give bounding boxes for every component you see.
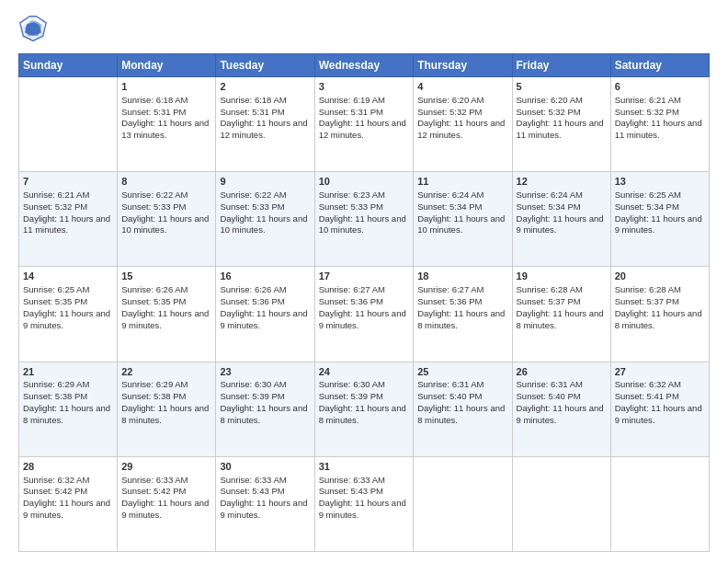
daylight-text: Daylight: 11 hours and 10 minutes. xyxy=(121,213,211,237)
sunset-text: Sunset: 5:42 PM xyxy=(121,486,211,498)
calendar-week-row: 28Sunrise: 6:32 AMSunset: 5:42 PMDayligh… xyxy=(19,456,710,551)
day-header-wednesday: Wednesday xyxy=(314,54,414,77)
sunset-text: Sunset: 5:43 PM xyxy=(319,486,410,498)
sunrise-text: Sunrise: 6:25 AM xyxy=(23,284,113,296)
sunrise-text: Sunrise: 6:33 AM xyxy=(319,475,410,487)
day-number: 18 xyxy=(417,270,507,283)
sunrise-text: Sunrise: 6:22 AM xyxy=(121,190,211,201)
logo xyxy=(18,15,51,44)
day-header-tuesday: Tuesday xyxy=(216,54,314,77)
calendar-cell: 8Sunrise: 6:22 AMSunset: 5:33 PMDaylight… xyxy=(118,172,216,267)
day-number: 4 xyxy=(417,80,507,94)
calendar-cell: 31Sunrise: 6:33 AMSunset: 5:43 PMDayligh… xyxy=(314,456,414,551)
day-number: 30 xyxy=(220,460,310,474)
sunset-text: Sunset: 5:32 PM xyxy=(517,107,607,119)
sunrise-text: Sunrise: 6:30 AM xyxy=(319,379,410,391)
day-number: 31 xyxy=(319,460,410,474)
sunrise-text: Sunrise: 6:29 AM xyxy=(23,379,113,391)
calendar-cell: 30Sunrise: 6:33 AMSunset: 5:43 PMDayligh… xyxy=(216,456,314,551)
sunset-text: Sunset: 5:32 PM xyxy=(417,107,507,119)
sunset-text: Sunset: 5:41 PM xyxy=(615,391,705,403)
daylight-text: Daylight: 11 hours and 9 minutes. xyxy=(220,308,310,332)
sunset-text: Sunset: 5:33 PM xyxy=(319,201,410,213)
sunrise-text: Sunrise: 6:31 AM xyxy=(417,379,507,391)
day-number: 9 xyxy=(220,175,310,189)
day-header-sunday: Sunday xyxy=(19,54,118,77)
calendar-cell xyxy=(610,456,709,551)
sunset-text: Sunset: 5:32 PM xyxy=(615,107,705,119)
daylight-text: Daylight: 11 hours and 11 minutes. xyxy=(615,118,705,142)
day-number: 3 xyxy=(319,80,410,94)
daylight-text: Daylight: 11 hours and 8 minutes. xyxy=(220,403,310,427)
day-number: 2 xyxy=(220,80,310,94)
sunset-text: Sunset: 5:36 PM xyxy=(319,296,410,308)
sunrise-text: Sunrise: 6:29 AM xyxy=(121,379,211,391)
sunrise-text: Sunrise: 6:23 AM xyxy=(319,190,410,201)
sunrise-text: Sunrise: 6:22 AM xyxy=(220,190,310,201)
calendar-cell: 17Sunrise: 6:27 AMSunset: 5:36 PMDayligh… xyxy=(314,267,414,362)
calendar-cell: 13Sunrise: 6:25 AMSunset: 5:34 PMDayligh… xyxy=(610,172,709,267)
sunrise-text: Sunrise: 6:19 AM xyxy=(319,95,410,107)
sunrise-text: Sunrise: 6:32 AM xyxy=(615,379,705,391)
sunset-text: Sunset: 5:37 PM xyxy=(517,296,607,308)
sunset-text: Sunset: 5:40 PM xyxy=(517,391,607,403)
sunset-text: Sunset: 5:37 PM xyxy=(615,296,705,308)
day-header-friday: Friday xyxy=(512,54,610,77)
calendar-cell: 7Sunrise: 6:21 AMSunset: 5:32 PMDaylight… xyxy=(19,172,118,267)
sunrise-text: Sunrise: 6:28 AM xyxy=(517,284,607,296)
calendar-cell: 29Sunrise: 6:33 AMSunset: 5:42 PMDayligh… xyxy=(118,456,216,551)
daylight-text: Daylight: 11 hours and 8 minutes. xyxy=(319,403,410,427)
day-number: 12 xyxy=(517,175,607,189)
day-number: 25 xyxy=(417,365,507,379)
day-number: 5 xyxy=(517,80,607,94)
daylight-text: Daylight: 11 hours and 10 minutes. xyxy=(319,213,410,237)
calendar-cell: 27Sunrise: 6:32 AMSunset: 5:41 PMDayligh… xyxy=(610,362,709,456)
day-number: 20 xyxy=(615,270,705,283)
day-number: 24 xyxy=(319,365,410,379)
day-number: 6 xyxy=(615,80,705,94)
day-number: 16 xyxy=(220,270,310,283)
calendar-cell: 20Sunrise: 6:28 AMSunset: 5:37 PMDayligh… xyxy=(610,267,709,362)
calendar-cell: 23Sunrise: 6:30 AMSunset: 5:39 PMDayligh… xyxy=(216,362,314,456)
daylight-text: Daylight: 11 hours and 9 minutes. xyxy=(615,403,705,427)
day-header-monday: Monday xyxy=(118,54,216,77)
daylight-text: Daylight: 11 hours and 8 minutes. xyxy=(121,403,211,427)
calendar-cell: 2Sunrise: 6:18 AMSunset: 5:31 PMDaylight… xyxy=(216,77,314,172)
daylight-text: Daylight: 11 hours and 8 minutes. xyxy=(615,308,705,332)
daylight-text: Daylight: 11 hours and 11 minutes. xyxy=(23,213,113,237)
day-number: 7 xyxy=(23,175,113,189)
calendar-cell xyxy=(414,456,512,551)
daylight-text: Daylight: 11 hours and 9 minutes. xyxy=(319,308,410,332)
calendar-cell: 14Sunrise: 6:25 AMSunset: 5:35 PMDayligh… xyxy=(19,267,118,362)
sunrise-text: Sunrise: 6:18 AM xyxy=(220,95,310,107)
calendar-cell: 18Sunrise: 6:27 AMSunset: 5:36 PMDayligh… xyxy=(414,267,512,362)
day-number: 22 xyxy=(121,365,211,379)
day-number: 28 xyxy=(23,460,113,474)
day-number: 27 xyxy=(615,365,705,379)
sunset-text: Sunset: 5:34 PM xyxy=(417,201,507,213)
day-number: 1 xyxy=(121,80,211,94)
daylight-text: Daylight: 11 hours and 9 minutes. xyxy=(517,213,607,237)
sunrise-text: Sunrise: 6:28 AM xyxy=(615,284,705,296)
day-number: 14 xyxy=(23,270,113,283)
day-header-thursday: Thursday xyxy=(414,54,512,77)
daylight-text: Daylight: 11 hours and 12 minutes. xyxy=(220,118,310,142)
day-number: 21 xyxy=(23,365,113,379)
sunset-text: Sunset: 5:35 PM xyxy=(23,296,113,308)
calendar-cell: 16Sunrise: 6:26 AMSunset: 5:36 PMDayligh… xyxy=(216,267,314,362)
sunset-text: Sunset: 5:39 PM xyxy=(319,391,410,403)
sunrise-text: Sunrise: 6:24 AM xyxy=(417,190,507,201)
calendar-cell xyxy=(19,77,118,172)
sunset-text: Sunset: 5:38 PM xyxy=(121,391,211,403)
calendar-header-row: SundayMondayTuesdayWednesdayThursdayFrid… xyxy=(19,54,710,77)
sunrise-text: Sunrise: 6:21 AM xyxy=(23,190,113,201)
sunrise-text: Sunrise: 6:20 AM xyxy=(417,95,507,107)
calendar-week-row: 1Sunrise: 6:18 AMSunset: 5:31 PMDaylight… xyxy=(19,77,710,172)
calendar-cell: 15Sunrise: 6:26 AMSunset: 5:35 PMDayligh… xyxy=(118,267,216,362)
sunset-text: Sunset: 5:33 PM xyxy=(121,201,211,213)
calendar-cell: 11Sunrise: 6:24 AMSunset: 5:34 PMDayligh… xyxy=(414,172,512,267)
calendar-cell: 12Sunrise: 6:24 AMSunset: 5:34 PMDayligh… xyxy=(512,172,610,267)
calendar-page: SundayMondayTuesdayWednesdayThursdayFrid… xyxy=(0,0,728,563)
calendar-cell: 3Sunrise: 6:19 AMSunset: 5:31 PMDaylight… xyxy=(314,77,414,172)
calendar-cell: 19Sunrise: 6:28 AMSunset: 5:37 PMDayligh… xyxy=(512,267,610,362)
